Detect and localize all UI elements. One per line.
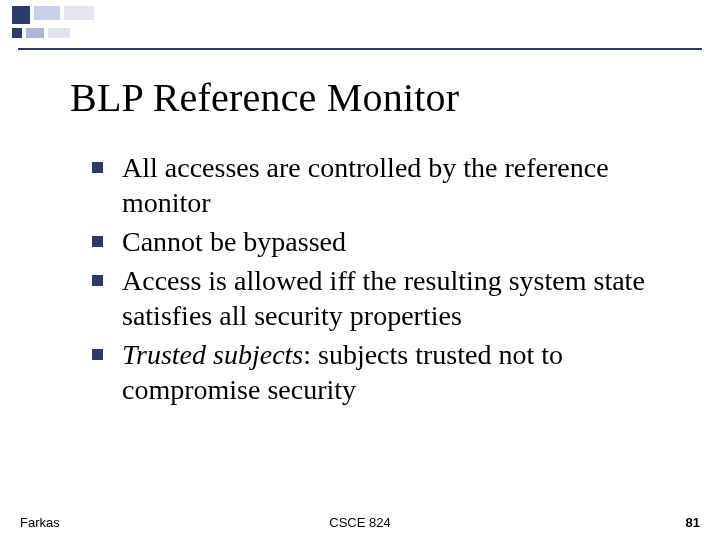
slide: BLP Reference Monitor All accesses are c… xyxy=(0,0,720,540)
decorative-corner xyxy=(0,0,140,60)
slide-title: BLP Reference Monitor xyxy=(70,74,459,121)
bullet-text-run: Access is allowed iff the resulting syst… xyxy=(122,265,645,331)
footer-page-number: 81 xyxy=(686,515,700,530)
bullet-item: Access is allowed iff the resulting syst… xyxy=(92,263,672,333)
title-underline xyxy=(18,48,702,50)
bullet-item: All accesses are controlled by the refer… xyxy=(92,150,672,220)
slide-body: All accesses are controlled by the refer… xyxy=(92,150,672,411)
slide-footer: Farkas CSCE 824 81 xyxy=(0,508,720,530)
bullet-text-run: Cannot be bypassed xyxy=(122,226,346,257)
bullet-text-run: Trusted subjects xyxy=(122,339,303,370)
footer-course: CSCE 824 xyxy=(0,515,720,530)
bullet-item: Cannot be bypassed xyxy=(92,224,672,259)
bullet-item: Trusted subjects: subjects trusted not t… xyxy=(92,337,672,407)
bullet-text-run: All accesses are controlled by the refer… xyxy=(122,152,609,218)
